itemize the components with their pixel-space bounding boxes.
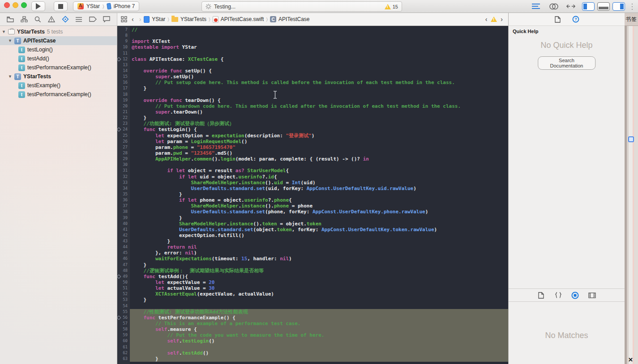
quick-help-inspector-tab[interactable]: ? <box>572 15 580 23</box>
code-line[interactable]: 51 let actualValue = 30 <box>117 285 508 291</box>
code-line[interactable]: 44 return nil <box>117 244 508 250</box>
code-line[interactable]: 15 super.setUp() <box>117 74 508 80</box>
disclosure-triangle-icon[interactable]: ▼ <box>2 30 6 34</box>
test-navigator-row[interactable]: ttestAdd() <box>0 54 117 63</box>
code-line[interactable]: 48 //逻辑测试举例： 测试期望结果与实际结果是否相等 <box>117 268 508 274</box>
breadcrumb-project[interactable]: YStar <box>144 16 165 23</box>
code-line[interactable]: 10@testable import YStar <box>117 44 508 50</box>
breadcrumb-file[interactable]: APITestCase.swift <box>213 16 264 23</box>
next-issue-button[interactable]: › <box>498 16 505 23</box>
code-line[interactable]: 62 self.testAdd() <box>117 350 508 356</box>
code-line[interactable]: 47 } <box>117 262 508 268</box>
issue-navigator-icon[interactable] <box>47 15 56 23</box>
test-navigator-row[interactable]: ▼YStarTests5 tests <box>0 27 117 36</box>
code-line[interactable]: 46 waitForExpectations(timeout: 15, hand… <box>117 256 508 262</box>
code-line[interactable]: 19 override func tearDown() { <box>117 97 508 103</box>
disclosure-triangle-icon[interactable]: ▼ <box>8 38 12 43</box>
code-line[interactable]: 35 } <box>117 191 508 197</box>
code-line[interactable]: 59 // Put the code you want to measure t… <box>117 332 508 338</box>
activity-viewer[interactable]: Testing... 15 <box>201 1 402 12</box>
test-navigator-icon[interactable] <box>61 15 69 23</box>
breadcrumb-symbol[interactable]: C APITestCase <box>270 16 309 22</box>
code-line[interactable]: 18 <box>117 92 508 97</box>
code-line[interactable]: 31 if let object = result as? StarUserMo… <box>117 168 508 174</box>
toggle-inspector-button[interactable] <box>612 2 625 11</box>
code-line[interactable]: 9import XCTest <box>117 38 508 44</box>
stop-button[interactable] <box>54 1 68 11</box>
source-editor[interactable]: 7//89import XCTest10@testable import YSt… <box>117 26 508 364</box>
find-navigator-icon[interactable] <box>34 15 42 23</box>
file-inspector-tab[interactable] <box>554 15 562 23</box>
code-line[interactable]: 29 AppAPIHelper.commen().login(model: pa… <box>117 156 508 162</box>
code-line[interactable]: 61 <box>117 344 508 350</box>
object-library-icon[interactable] <box>571 291 579 299</box>
code-line[interactable]: 16 // Put setup code here. This method i… <box>117 80 508 85</box>
project-navigator-icon[interactable] <box>6 15 14 23</box>
run-button[interactable] <box>31 1 45 11</box>
breadcrumb-group[interactable]: YStarTests <box>171 16 206 22</box>
scheme-selector[interactable]: YStar 〉 iPhone 7 <box>73 1 139 11</box>
code-line[interactable]: 37 ShareModelHelper.instance().phone = p… <box>117 203 508 209</box>
standard-editor-button[interactable] <box>531 3 541 10</box>
issue-warning-icon[interactable] <box>491 17 497 22</box>
related-items-icon[interactable] <box>120 15 128 23</box>
test-navigator-row[interactable]: ttestPerformanceExample() <box>0 90 117 99</box>
minimize-window-button[interactable] <box>13 2 18 8</box>
code-line[interactable]: 21 super.tearDown() <box>117 109 508 115</box>
code-line[interactable]: 30 <box>117 162 508 168</box>
code-line[interactable]: 8 <box>117 33 508 38</box>
symbol-navigator-icon[interactable] <box>20 15 28 23</box>
version-editor-button[interactable] <box>566 3 576 10</box>
code-line[interactable]: 20 // Put teardown code here. This metho… <box>117 103 508 109</box>
toggle-debug-area-button[interactable] <box>597 2 610 11</box>
code-line[interactable]: 28 param.pwd = "123456".md5() <box>117 150 508 156</box>
code-line[interactable]: 53 } <box>117 297 508 303</box>
code-line[interactable]: 26 let param = LoginRequestModel() <box>117 139 508 144</box>
code-line[interactable]: 43 } <box>117 238 508 244</box>
search-documentation-button[interactable]: Search Documentation <box>538 56 596 70</box>
code-line[interactable]: 33 ShareModelHelper.instance().uid = Int… <box>117 180 508 186</box>
code-line[interactable]: 54 <box>117 303 508 309</box>
code-line[interactable]: 63 } <box>117 356 508 362</box>
go-back-button[interactable]: ‹ <box>129 16 137 23</box>
test-navigator-row[interactable]: ttestExample() <box>0 81 117 90</box>
code-line[interactable]: 41 UserDefaults.standard.set(object.toke… <box>117 227 508 233</box>
code-snippet-library-icon[interactable] <box>554 291 562 299</box>
code-line[interactable]: 56 func testPerformanceExample() { <box>117 315 508 321</box>
zoom-window-button[interactable] <box>21 2 27 8</box>
code-line[interactable]: 36 if let phone = object.userinfo?.phone… <box>117 197 508 203</box>
code-line[interactable]: 17 } <box>117 85 508 91</box>
code-line[interactable]: 39 } <box>117 215 508 221</box>
code-line[interactable]: 45 }, error: nil) <box>117 250 508 256</box>
code-line[interactable]: 13 <box>117 62 508 68</box>
code-line[interactable]: 34 UserDefaults.standard.set(uid, forKey… <box>117 186 508 191</box>
test-navigator-row[interactable]: ▼TYStarTests <box>0 72 117 81</box>
code-line[interactable]: 49 func testAdd(){ <box>117 274 508 279</box>
disclosure-triangle-icon[interactable]: ▼ <box>8 74 12 79</box>
code-line[interactable]: 58 self.measure { <box>117 326 508 332</box>
test-navigator-row[interactable]: ▼TAPITestCase <box>0 36 117 45</box>
previous-issue-button[interactable]: ‹ <box>483 16 490 23</box>
code-line[interactable]: 24 func testLogin() { <box>117 127 508 132</box>
code-line[interactable]: 22 } <box>117 115 508 121</box>
code-line[interactable]: 12class APITestCase: XCTestCase { <box>117 56 508 62</box>
code-line[interactable]: 50 let expectValue = 20 <box>117 279 508 285</box>
code-line[interactable]: 32 if let uid = object.userinfo?.id{ <box>117 174 508 180</box>
report-navigator-icon[interactable] <box>103 15 111 23</box>
file-template-library-icon[interactable] <box>537 291 545 299</box>
code-line[interactable]: 7// <box>117 27 508 33</box>
debug-navigator-icon[interactable] <box>75 15 83 23</box>
breakpoint-navigator-icon[interactable] <box>89 15 97 23</box>
code-line[interactable]: 25 let expectOption = expectation(descri… <box>117 133 508 139</box>
test-navigator-row[interactable]: ttestPerformanceExample() <box>0 63 117 72</box>
code-line[interactable]: 27 param.phone = "18657195470" <box>117 144 508 150</box>
code-line[interactable]: 38 UserDefaults.standard.set(phone, forK… <box>117 209 508 215</box>
code-line[interactable]: 23 //功能测试: 测试登录功能（异步测试） <box>117 121 508 127</box>
code-line[interactable]: 57 // This is an example of a performanc… <box>117 321 508 326</box>
code-line[interactable]: 14 override func setUp() { <box>117 68 508 74</box>
code-line[interactable]: 40 ShareModelHelper.instance().token = o… <box>117 221 508 227</box>
code-line[interactable]: 52 XCTAssertEqual(expectValue, actualVal… <box>117 291 508 297</box>
code-line[interactable]: 11 <box>117 51 508 56</box>
code-line[interactable]: 55 //性能测试: 测试登录功能和Add方法性能表现 <box>117 309 508 315</box>
close-window-button[interactable] <box>4 2 10 8</box>
